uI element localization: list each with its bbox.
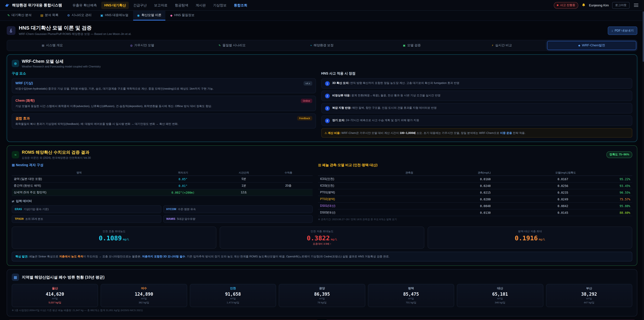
stat-value: 0.1916 bbox=[515, 234, 538, 242]
obs-col-header: 모델(mg/L) bbox=[491, 171, 568, 175]
advantage-desc: 24~72시간 예측으로 사고 수습 계획 및 장기 피해 평가 지원 bbox=[346, 119, 419, 122]
subnav-item[interactable]: ◆ HNS 물질정보 bbox=[166, 11, 198, 21]
finding-segment: 저층까지 포함한 3D 모니터링 필수 bbox=[142, 255, 185, 258]
finding-segment: 페놀은 Sinker 특성으로 bbox=[28, 255, 59, 258]
nesting-col-header: 시간간격 bbox=[222, 171, 266, 175]
tab[interactable]: ▣ 모델 검증 bbox=[367, 41, 456, 50]
stat-card: 인천 저층 최대농도 0.3822mg/L 표층대비 3.5배 ↑ bbox=[220, 227, 424, 249]
top-menu-item[interactable]: HNS·대기확산 bbox=[101, 2, 129, 9]
obs-modeled: 0.0167 bbox=[491, 178, 568, 181]
obs-col-header: 정확도 bbox=[568, 171, 630, 175]
tab[interactable]: ≈ 해양환경 보정 bbox=[278, 41, 366, 50]
subnav-item-icon: ⚙ bbox=[67, 14, 70, 17]
input-source-desc: 조위 15개 분조 bbox=[25, 217, 43, 221]
nesting-rows: 광역 (일본·대만 포함) 0.05° 5분 중간역 (한반도 해역) 0.01… bbox=[12, 176, 313, 196]
stat-unit: mg/L bbox=[539, 238, 545, 241]
advantage-item: 1 3D 확산 모의: 연직 방향 확산까지 포함한 정밀 농도장 계산. 고층… bbox=[321, 78, 632, 89]
region-value: 85,475 bbox=[370, 292, 452, 297]
obs-heading: ▥ 페놀 관측·모델 비교 (인천·평택·대산) bbox=[318, 163, 632, 168]
top-menu-item[interactable]: 게시판 bbox=[193, 2, 209, 9]
top-menu-item[interactable]: 항공탐색 bbox=[172, 2, 191, 9]
region-name: 평택 bbox=[370, 287, 452, 291]
advantage-title: 비정상류 대응: bbox=[332, 94, 351, 97]
finding-segment: . 기존 입자추적 방식의 장기 모의·농도 계산 한계를 ROMS 농도확산모… bbox=[185, 255, 390, 258]
roms-section: ≈ ROMS 해양확산 수치모의 검증 결과 김정윤·이문진 외 (2024),… bbox=[7, 145, 637, 266]
hamburger-menu-icon[interactable] bbox=[633, 3, 639, 8]
model-component-card: 결합 효과 Feedback 화학물질의 복사 효과가 기상장에 되먹임(fee… bbox=[12, 113, 316, 129]
subnav-item-icon: ◆ bbox=[170, 14, 172, 17]
user-name: Eunjeong Kim bbox=[589, 3, 609, 7]
tab[interactable]: ▤ 시스템 개요 bbox=[8, 41, 97, 50]
tab[interactable]: ◆ WRF-Chem발전 bbox=[547, 41, 636, 50]
page-header: HNS 대기확산 모델 이론 및 검증 WRF-Chem·Gaussian Pl… bbox=[0, 21, 644, 39]
subnav-item[interactable]: ⚙ 시나리오 관리 bbox=[63, 11, 96, 21]
nesting-table: 영역격자크기시간간격수직층 광역 (일본·대만 포함) 0.05° 5분 bbox=[12, 170, 313, 196]
top-right: 사고 진행중 Eunjeong Kim 로그아웃 bbox=[554, 2, 639, 9]
top-menu-item[interactable]: 긴급구난 bbox=[130, 2, 150, 9]
region-unit: m³/일 bbox=[14, 297, 96, 300]
obs-station: IC01(인천) bbox=[320, 177, 413, 181]
subnav-item[interactable]: ◉ 확산모델 이론 bbox=[133, 11, 166, 21]
obs-row: PT01(평택) 0.0215 0.0235 90.55% bbox=[318, 189, 632, 196]
subnav-item[interactable]: ▣ HNS 대응매뉴얼 bbox=[96, 11, 132, 21]
incident-status-badge[interactable]: 사고 진행중 bbox=[554, 2, 578, 9]
scrollbar-track[interactable] bbox=[642, 0, 644, 320]
region-value: 124,890 bbox=[103, 292, 185, 297]
input-source-name: WAMIS bbox=[166, 218, 175, 221]
table-icon: ▥ bbox=[318, 163, 321, 167]
page-title-block: HNS 대기확산 모델 이론 및 검증 WRF-Chem·Gaussian Pl… bbox=[19, 25, 131, 36]
components-list: WRF (기상) v4.x 비정수압(non-hydrostatic) 중규모 … bbox=[12, 78, 316, 129]
obs-modeled: 0.0145 bbox=[491, 211, 568, 214]
tab-label: 가우시안 모델 bbox=[134, 43, 154, 48]
region-unit: m³/일 bbox=[192, 297, 274, 300]
nesting-area: 중간역 (한반도 해역) bbox=[14, 184, 144, 188]
tab[interactable]: ✎ 물질별 시나리오 bbox=[188, 41, 277, 50]
stats-row: 인천 표층 최대농도 0.1089mg/L 인천 저층 최대농도 0.3822m… bbox=[12, 227, 632, 249]
scrollbar-thumb[interactable] bbox=[642, 12, 644, 62]
advantages-column: HNS 사고 적용 시 장점 1 3D 확산 모의: 연직 방향 확산까지 포함… bbox=[321, 71, 632, 138]
page-subtitle: WRF-Chem·Gaussian Plume/Puff·ROMS·해양환경 보… bbox=[19, 32, 131, 36]
stat-label: 인천 표층 최대농도 bbox=[15, 230, 213, 233]
nesting-timestep: 12초 bbox=[222, 191, 266, 195]
tab-icon: ▤ bbox=[42, 44, 44, 47]
tab-label: 물질별 시나리오 bbox=[222, 43, 246, 48]
region-value: 91,658 bbox=[192, 292, 274, 297]
obs-row: PT02(평택) 0.0280 0.0249 75.57% bbox=[318, 196, 632, 203]
exchange-icon: ⇄ bbox=[12, 200, 14, 203]
component-badge: v4.x bbox=[304, 81, 312, 85]
accuracy-badge: 정확도 75~96% bbox=[606, 152, 632, 158]
brand[interactable]: 해양환경 위기대응 통합시스템 bbox=[5, 3, 62, 8]
input-source-name: TPXO9 bbox=[15, 218, 24, 221]
pdf-export-button[interactable]: ↓ PDF 내보내기 bbox=[608, 26, 637, 35]
logout-button[interactable]: 로그아웃 bbox=[612, 2, 630, 9]
subnav-item-icon: ▣ bbox=[100, 14, 103, 17]
subnav-item-label: HNS 대응매뉴얼 bbox=[105, 13, 128, 18]
tab[interactable]: ◎ 가우시안 모델 bbox=[98, 41, 187, 50]
cost-note-segment: 이중 운용 bbox=[500, 131, 512, 135]
input-data-chip: HYCOM 수온·염분·유속 bbox=[163, 206, 312, 213]
obs-accuracy: 90.55% bbox=[568, 191, 630, 194]
subnav-item-label: 확산모델 이론 bbox=[142, 13, 161, 18]
top-menu-item[interactable]: 기상정보 bbox=[210, 2, 230, 9]
region-card: 평택 85,475 m³/일 701 kg/일 bbox=[368, 284, 454, 307]
wrfchem-section-header: ⊕ WRF-Chem 모델 상세 Weather Research and Fo… bbox=[12, 59, 632, 68]
top-menu-item[interactable]: 유출유 확산예측 bbox=[70, 2, 100, 9]
nesting-timestep: 5분 bbox=[222, 177, 266, 181]
top-menu-item[interactable]: 통합조회 bbox=[231, 2, 250, 9]
region-subvalue: 5,037 kg/일 bbox=[14, 301, 96, 304]
nesting-grid-size: 0.01° bbox=[144, 184, 222, 188]
subnav-item-icon: ◉ bbox=[137, 14, 140, 17]
obs-modeled: 0.0842 bbox=[491, 204, 568, 208]
nesting-row: 광역 (일본·대만 포함) 0.05° 5분 bbox=[12, 176, 313, 183]
obs-row: DS03(대산) 0.0130 0.0145 88.60% bbox=[318, 210, 632, 216]
notification-bell-icon[interactable] bbox=[582, 3, 586, 8]
subnav-item[interactable]: ▤ 분석 목록 bbox=[36, 11, 62, 21]
subnav-item[interactable]: ✎ 대기확산 분석 bbox=[3, 11, 36, 21]
cost-note-segment: WRF-Chem은 가우시안 모델 대비 계산 시간이 bbox=[340, 131, 400, 135]
advantage-desc: 풍계 전환(해풍↔육풍), 돌풍, 전선 통과 등 시변 기상 조건을 실시간 … bbox=[351, 94, 440, 97]
tab[interactable]: ⚡ 실시간 비교 bbox=[457, 41, 546, 50]
component-description: 화학물질의 복사 효과가 기상장에 되먹임(feedback). 예: 대량의 … bbox=[16, 122, 312, 126]
subnav-item-label: 대기확산 분석 bbox=[12, 13, 32, 18]
top-menu-item[interactable]: 보고자료 bbox=[151, 2, 170, 9]
advantage-item: 3 복잡 지형 반영: 해안 절벽, 항만 구조물, 인접 도시의 건물 효과를… bbox=[321, 103, 632, 113]
